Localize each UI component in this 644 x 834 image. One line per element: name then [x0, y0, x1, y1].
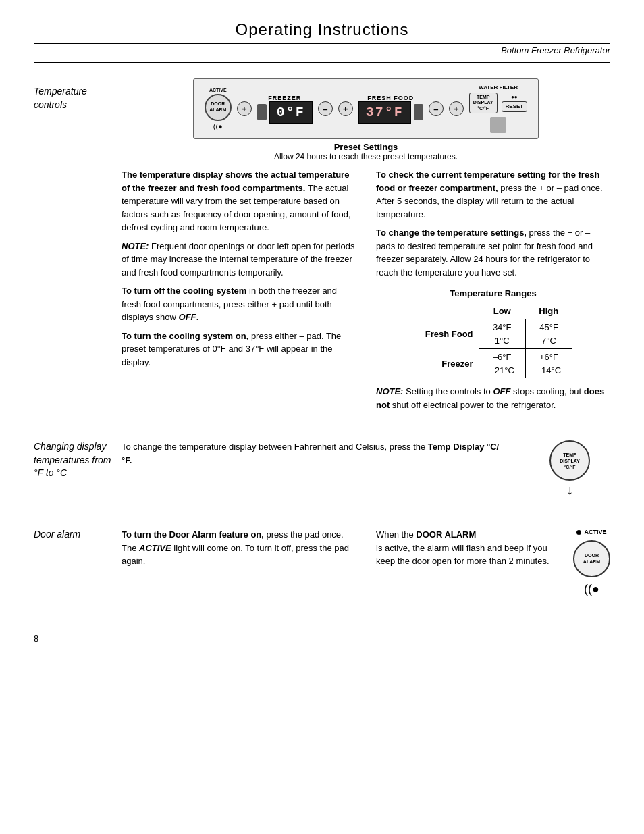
sound-icon: ((● — [584, 580, 599, 598]
col-right: To check the current temperature setting… — [376, 168, 610, 417]
freshfood-value: 37°F — [358, 101, 411, 124]
temp-ranges: Temperature Ranges Low High Fresh Food — [376, 287, 610, 378]
two-col-text: The temperature display shows the actual… — [122, 168, 610, 417]
door-alarm-icon-col: ACTIVE DOORALARM ((● — [573, 528, 610, 598]
top-section-rule — [34, 62, 610, 63]
arrow-down-icon: ↓ — [566, 482, 573, 498]
reset-icon[interactable]: RESET — [502, 101, 528, 112]
temp-display-button[interactable]: TEMPDISPLAY°C/°F — [549, 440, 590, 481]
active-dot — [576, 530, 581, 535]
temperature-controls-label: Temperature controls — [34, 78, 122, 417]
header-rule — [34, 43, 610, 44]
rp2: To change the temperature settings, pres… — [376, 226, 610, 279]
plus-btn-right[interactable]: + — [449, 101, 464, 116]
table-row: Freezer –6°F–21°C +6°F–14°C — [414, 349, 572, 379]
p3: To turn off the cooling system in both t… — [122, 284, 356, 324]
minus-btn-freshfood[interactable]: – — [429, 101, 444, 116]
preset-area: ACTIVE DOORALARM ((● + FREEZER 0°F — [122, 78, 610, 161]
p1: The temperature display shows the actual… — [122, 168, 356, 234]
page-number: 8 — [34, 633, 610, 644]
plus-btn-freshfood[interactable]: + — [338, 101, 353, 116]
freezer-display: FREEZER 0°F — [257, 95, 313, 124]
table-row: Fresh Food 34°F1°C 45°F7°C — [414, 319, 572, 349]
door-left-text: To turn the Door Alarm feature on, press… — [122, 528, 356, 573]
temp-display-icon[interactable]: TEMPDISPLAY°C/°F — [469, 93, 498, 113]
door-alarm-section: Door alarm To turn the Door Alarm featur… — [34, 513, 610, 613]
rp1: To check the current temperature setting… — [376, 168, 610, 221]
freshfood-display: FRESH FOOD 37°F — [358, 95, 423, 124]
changing-display-body: To change the temperature display betwee… — [122, 440, 610, 498]
col-left: The temperature display shows the actual… — [122, 168, 356, 417]
door-right-text: When the DOOR ALARM is active, the alarm… — [376, 528, 560, 573]
subtitle: Bottom Freezer Refrigerator — [34, 45, 610, 55]
change-icon-area: TEMPDISPLAY°C/°F ↓ — [529, 440, 610, 498]
p2: NOTE: Frequent door openings or door lef… — [122, 240, 356, 280]
temperature-controls-section: Temperature controls ACTIVE DOORALARM ((… — [34, 70, 610, 425]
note-text: NOTE: Setting the controls to OFF stops … — [376, 385, 610, 411]
page-title: Operating Instructions — [34, 20, 610, 39]
minus-btn-freezer[interactable]: – — [318, 101, 333, 116]
p4: To turn the cooling system on, press eit… — [122, 330, 356, 369]
page-header: Operating Instructions Bottom Freezer Re… — [34, 20, 610, 63]
temp-table: Low High Fresh Food 34°F1°C 45°F7°C — [414, 303, 572, 379]
preset-caption: Preset Settings — [122, 142, 610, 152]
changing-display-section: Changing display temperatures from °F to… — [34, 425, 610, 513]
door-right-area: When the DOOR ALARM is active, the alarm… — [376, 528, 610, 598]
plus-btn-left[interactable]: + — [237, 101, 252, 116]
door-alarm-body: To turn the Door Alarm feature on, press… — [122, 528, 610, 598]
door-alarm-label: Door alarm — [34, 521, 122, 605]
door-alarm-button[interactable]: DOORALARM — [573, 540, 610, 577]
preset-subcaption: Allow 24 hours to reach these preset tem… — [122, 152, 610, 161]
changing-display-label: Changing display temperatures from °F to… — [34, 434, 122, 504]
freezer-value: 0°F — [269, 101, 313, 124]
change-text: To change the temperature display betwee… — [122, 440, 509, 472]
temperature-controls-body: ACTIVE DOORALARM ((● + FREEZER 0°F — [122, 78, 610, 417]
